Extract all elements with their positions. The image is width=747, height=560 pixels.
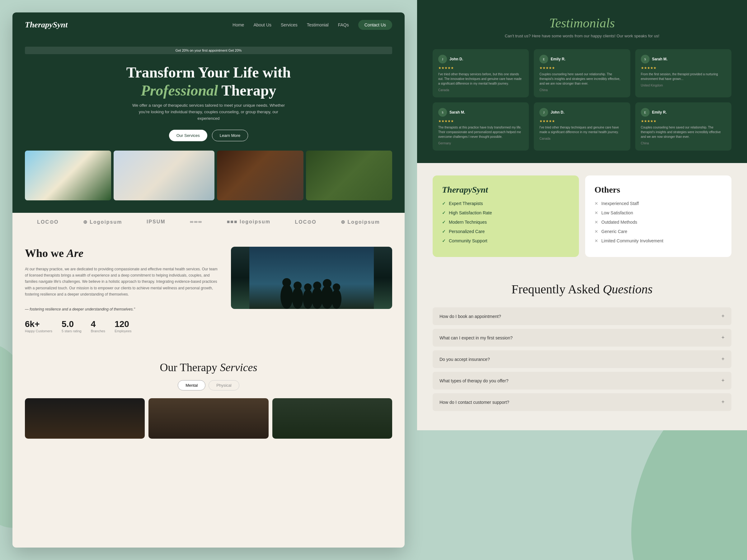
cross-icon-4: ✕ xyxy=(594,229,598,234)
our-services-button[interactable]: Our Services xyxy=(169,130,207,141)
faq-question-4: What types of therapy do you offer? xyxy=(439,378,509,383)
svg-point-17 xyxy=(333,284,340,291)
faq-question-1: How do I book an appointment? xyxy=(439,314,501,319)
faq-title: Frequently Asked Questions xyxy=(433,282,731,296)
nav-services[interactable]: Services xyxy=(281,22,298,27)
avatar-1: J xyxy=(438,55,447,63)
testimonials-title: Testimonials xyxy=(433,16,731,30)
nav-contact[interactable]: Contact Us xyxy=(358,20,392,30)
logos-bar: LOC⊙O ⊕ Logoipsum IPSUM ∞∞∞ ■■■ logoipsu… xyxy=(12,213,405,231)
stat-rating: 5.0 5 stars rating xyxy=(61,319,81,333)
country-4: Germany xyxy=(438,141,523,145)
services-title: Our Therapy Services xyxy=(25,361,392,374)
country-6: China xyxy=(641,141,726,145)
other-item-1: ✕ Inexperienced Staff xyxy=(594,201,722,206)
faq-expand-icon-5: + xyxy=(721,399,725,405)
testimonial-card-1: J John D. ★★★★★ I've tried other therapy… xyxy=(433,49,529,97)
our-item-4: ✓ Personalized Care xyxy=(442,229,570,234)
nav-about[interactable]: About Us xyxy=(253,22,272,27)
name-4: Sarah M. xyxy=(449,110,465,114)
country-1: Canada xyxy=(438,88,523,92)
our-item-3: ✓ Modern Techniques xyxy=(442,220,570,224)
logo-6: LOC⊙O xyxy=(295,219,316,225)
who-image xyxy=(231,247,392,309)
our-item-1: ✓ Expert Therapists xyxy=(442,201,570,206)
our-item-2: ✓ High Satisfaction Rate xyxy=(442,210,570,215)
logo-2: ⊕ Logoipsum xyxy=(83,219,122,225)
country-3: United Kingdom xyxy=(641,84,726,87)
hero-description: We offer a range of therapeutic services… xyxy=(131,102,286,122)
logo-3: IPSUM xyxy=(147,219,165,224)
who-quote: — fostering resilience and a deeper unde… xyxy=(25,307,218,312)
hero-image-3 xyxy=(217,151,303,201)
nav-faqs[interactable]: FAQs xyxy=(338,22,349,27)
who-description: At our therapy practice, we are dedicate… xyxy=(25,266,218,298)
text-2: Couples counseling here saved our relati… xyxy=(539,72,624,86)
faq-question-5: How do I contact customer support? xyxy=(439,400,509,405)
cross-icon-2: ✕ xyxy=(594,210,598,215)
faq-item-5[interactable]: How do I contact customer support? + xyxy=(433,393,731,411)
logo-4: ∞∞∞ xyxy=(190,219,202,224)
hero-banner: Get 20% on your first appointment Get 20… xyxy=(25,47,392,54)
tab-mental[interactable]: Mental xyxy=(178,380,205,391)
cross-icon-5: ✕ xyxy=(594,238,598,243)
faq-item-1[interactable]: How do I book an appointment? + xyxy=(433,308,731,325)
who-text: Who we Are At our therapy practice, we a… xyxy=(25,247,218,333)
stars-2: ★★★★★ xyxy=(539,66,624,70)
tab-physical[interactable]: Physical xyxy=(209,380,239,391)
stat-branches: 4 Branches xyxy=(91,319,105,333)
hero-title: Transform Your Life with Professional Th… xyxy=(25,63,392,99)
faq-item-3[interactable]: Do you accept insurance? + xyxy=(433,350,731,368)
hero-image-1 xyxy=(25,151,111,201)
learn-more-button[interactable]: Learn More xyxy=(212,130,248,141)
testimonial-card-2: E Emily R. ★★★★★ Couples counseling here… xyxy=(534,49,630,97)
navbar: TherapySynt Home About Us Services Testi… xyxy=(12,12,405,37)
name-6: Emily R. xyxy=(652,110,667,114)
faq-item-4[interactable]: What types of therapy do you offer? + xyxy=(433,372,731,390)
stars-1: ★★★★★ xyxy=(438,66,523,70)
cross-icon-3: ✕ xyxy=(594,220,598,224)
our-card-title: TherapySynt xyxy=(442,185,570,195)
hero-images xyxy=(25,151,392,201)
hero-image-4 xyxy=(306,151,392,201)
text-4: The therapists at this practice have tru… xyxy=(438,125,523,139)
faq-expand-icon-2: + xyxy=(721,335,725,341)
avatar-2: E xyxy=(539,55,548,63)
svg-point-10 xyxy=(303,289,313,309)
services-tabs: Mental Physical xyxy=(25,380,392,391)
name-2: Emily R. xyxy=(550,57,565,61)
check-icon-4: ✓ xyxy=(442,229,446,234)
country-2: China xyxy=(539,88,624,92)
service-cards xyxy=(25,398,392,439)
svg-point-6 xyxy=(280,284,293,309)
others-card-title: Others xyxy=(594,185,722,195)
logo: TherapySynt xyxy=(25,20,68,30)
nav-home[interactable]: Home xyxy=(232,22,244,27)
nav-links: Home About Us Services Testimonial FAQs … xyxy=(232,20,392,30)
svg-point-13 xyxy=(313,282,321,290)
testimonial-card-3: S Sarah M. ★★★★★ From the first session,… xyxy=(635,49,731,97)
testimonial-card-4: S Sarah M. ★★★★★ The therapists at this … xyxy=(433,102,529,151)
our-card: TherapySynt ✓ Expert Therapists ✓ High S… xyxy=(433,176,579,257)
hero-content: Transform Your Life with Professional Th… xyxy=(25,63,392,141)
name-5: John D. xyxy=(550,110,564,114)
other-item-4: ✕ Generic Care xyxy=(594,229,722,234)
hero-section: Get 20% on your first appointment Get 20… xyxy=(12,37,405,213)
stars-6: ★★★★★ xyxy=(641,119,726,123)
faq-question-2: What can I expect in my first session? xyxy=(439,336,513,340)
text-5: I've tried other therapy techniques and … xyxy=(539,125,624,134)
left-panel: TherapySynt Home About Us Services Testi… xyxy=(12,12,405,548)
faq-item-2[interactable]: What can I expect in my first session? + xyxy=(433,329,731,347)
logo-7: ⊕ Logoipsum xyxy=(341,219,380,225)
hero-buttons: Our Services Learn More xyxy=(25,130,392,141)
svg-point-7 xyxy=(282,278,291,287)
check-icon-1: ✓ xyxy=(442,201,446,206)
country-5: Canada xyxy=(539,137,624,140)
faq-section: Frequently Asked Questions How do I book… xyxy=(417,269,747,430)
avatar-3: S xyxy=(641,55,650,63)
faq-question-3: Do you accept insurance? xyxy=(439,357,490,362)
stars-3: ★★★★★ xyxy=(641,66,726,70)
nav-testimonial[interactable]: Testimonial xyxy=(307,22,329,27)
comparison-section: TherapySynt ✓ Expert Therapists ✓ High S… xyxy=(417,163,747,269)
cross-icon-1: ✕ xyxy=(594,201,598,206)
